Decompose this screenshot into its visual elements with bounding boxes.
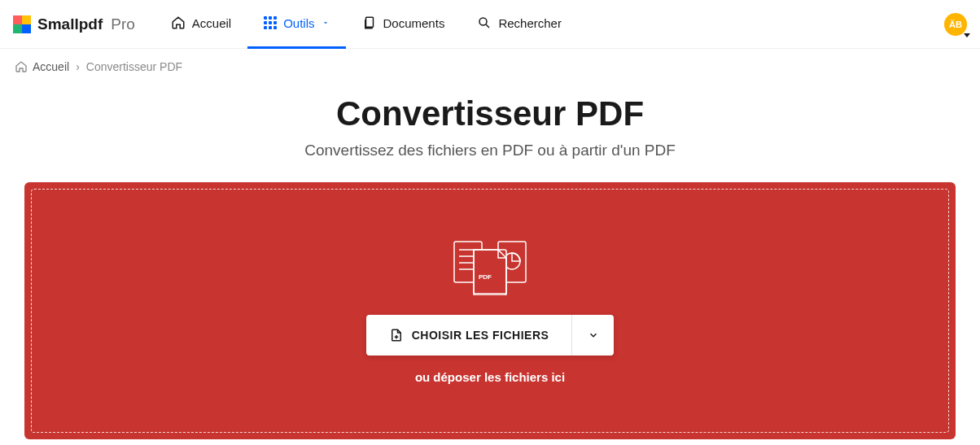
- hero: Convertisseur PDF Convertissez des fichi…: [0, 85, 980, 182]
- breadcrumb-home[interactable]: Accueil: [15, 60, 69, 73]
- drop-hint: ou déposer les fichiers ici: [415, 370, 565, 384]
- svg-line-2: [487, 24, 490, 28]
- nav-search[interactable]: Rechercher: [461, 0, 578, 49]
- nav-documents[interactable]: Documents: [346, 0, 462, 49]
- avatar[interactable]: ÄB: [944, 13, 967, 36]
- breadcrumb: Accueil › Convertisseur PDF: [0, 49, 980, 85]
- nav-tools[interactable]: Outils: [247, 0, 345, 49]
- nav-search-label: Rechercher: [498, 16, 562, 30]
- documents-illustration-icon: PDF: [449, 238, 531, 299]
- nav-tools-label: Outils: [283, 16, 314, 30]
- nav-home[interactable]: Accueil: [155, 0, 247, 49]
- chevron-down-icon: [588, 329, 599, 341]
- svg-text:PDF: PDF: [479, 273, 492, 281]
- brand-name: Smallpdf: [37, 15, 103, 33]
- nav: Accueil Outils Documents Rechercher: [155, 0, 578, 49]
- choose-files-dropdown[interactable]: [571, 315, 614, 356]
- avatar-initials: ÄB: [949, 20, 962, 29]
- page-subtitle: Convertissez des fichiers en PDF ou à pa…: [0, 142, 980, 159]
- svg-point-1: [479, 18, 487, 25]
- choose-files-label: CHOISIR LES FICHIERS: [412, 329, 549, 342]
- chevron-down-icon: [322, 19, 330, 27]
- dropzone-container: PDF CHOISIR LES FICHIERS ou déposer les …: [0, 182, 980, 445]
- documents-icon: [362, 15, 377, 30]
- choose-files-button-group: CHOISIR LES FICHIERS: [366, 315, 615, 356]
- dropzone-inner: PDF CHOISIR LES FICHIERS ou déposer les …: [31, 189, 949, 433]
- svg-rect-0: [365, 17, 373, 27]
- choose-files-button[interactable]: CHOISIR LES FICHIERS: [366, 315, 572, 356]
- svg-rect-10: [474, 250, 506, 294]
- nav-home-label: Accueil: [192, 16, 231, 30]
- header: Smallpdf Pro Accueil Outils Documents Re…: [0, 0, 980, 49]
- nav-documents-label: Documents: [383, 16, 445, 30]
- home-icon: [171, 15, 186, 30]
- grid-icon: [264, 16, 277, 29]
- brand-suffix: Pro: [111, 15, 135, 33]
- breadcrumb-current: Convertisseur PDF: [86, 60, 182, 73]
- breadcrumb-home-label: Accueil: [33, 60, 69, 73]
- home-icon: [15, 60, 28, 73]
- breadcrumb-separator: ›: [76, 60, 80, 73]
- logo[interactable]: Smallpdf Pro: [13, 15, 135, 33]
- dropzone[interactable]: PDF CHOISIR LES FICHIERS ou déposer les …: [24, 182, 956, 439]
- file-plus-icon: [389, 328, 404, 342]
- logo-icon: [13, 15, 31, 33]
- search-icon: [477, 15, 492, 30]
- page-title: Convertisseur PDF: [0, 94, 980, 133]
